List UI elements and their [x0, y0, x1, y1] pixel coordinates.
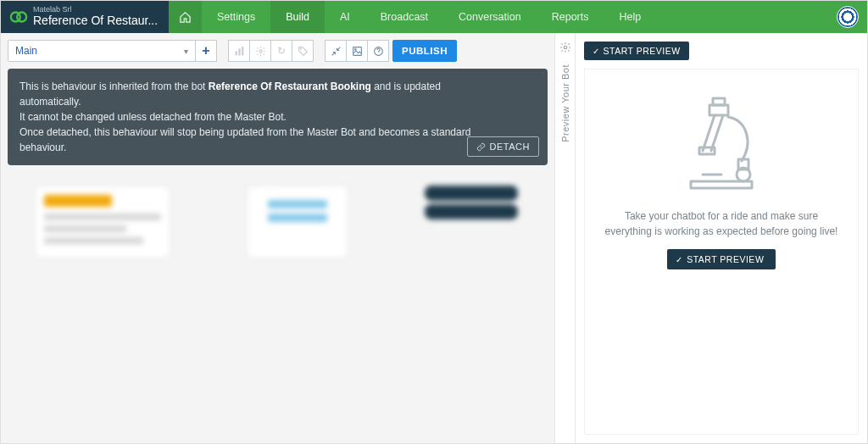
notice-bot-name: Reference Of Restaurant Booking [209, 80, 371, 92]
nav-home[interactable] [169, 1, 202, 33]
svg-point-5 [259, 49, 261, 52]
brand[interactable]: Matelab Srl Reference Of Restaur... [1, 1, 169, 33]
analytics-icon [228, 40, 250, 62]
nav-ai[interactable]: AI [325, 1, 365, 33]
microscope-icon [679, 93, 764, 195]
preview-description: Take your chatbot for a ride and make su… [602, 208, 841, 239]
brand-org: Matelab Srl [33, 6, 158, 14]
redo-icon: ↻ [270, 40, 292, 62]
home-icon [179, 11, 192, 24]
avatar[interactable] [837, 6, 859, 28]
svg-rect-16 [691, 181, 752, 188]
detach-label: DETACH [490, 142, 530, 152]
nav-conversation[interactable]: Conversation [443, 1, 537, 33]
start-preview-label: START PREVIEW [687, 254, 764, 264]
background-flow [35, 186, 520, 258]
chevron-down-icon: ▾ [184, 47, 188, 56]
check-icon [676, 254, 683, 264]
publish-button[interactable]: PUBLISH [392, 40, 457, 62]
notice-line2: It cannot be changed unless detached fro… [19, 111, 287, 123]
unlink-icon [476, 142, 486, 152]
image-icon[interactable] [346, 40, 368, 62]
svg-point-8 [354, 48, 356, 50]
detach-button[interactable]: DETACH [467, 136, 539, 157]
nav: Settings Build AI Broadcast Conversation… [169, 1, 828, 33]
gear-icon [249, 40, 271, 62]
add-behaviour-button[interactable]: + [195, 40, 217, 62]
svg-point-10 [564, 46, 567, 49]
nav-reports[interactable]: Reports [537, 1, 604, 33]
tag-icon [292, 40, 314, 62]
nav-build[interactable]: Build [270, 1, 325, 33]
preview-side-label: Preview Your Bot [560, 64, 570, 142]
svg-rect-3 [238, 48, 240, 55]
start-preview-top-button[interactable]: START PREVIEW [584, 42, 689, 60]
svg-rect-2 [235, 51, 236, 55]
builder-canvas: Main ▾ + ↻ PUBL [1, 33, 554, 443]
svg-rect-7 [353, 47, 361, 55]
brand-title: Reference Of Restaur... [33, 14, 158, 28]
preview-settings-icon[interactable] [559, 42, 571, 56]
start-preview-top-label: START PREVIEW [604, 46, 681, 56]
nav-broadcast[interactable]: Broadcast [365, 1, 443, 33]
behaviour-select[interactable]: Main ▾ [8, 40, 196, 62]
topbar: Matelab Srl Reference Of Restaur... Sett… [1, 1, 867, 33]
svg-point-1 [17, 13, 26, 22]
preview-panel: START PREVIEW Take your chatbot for a ri… [575, 33, 867, 443]
start-preview-button[interactable]: START PREVIEW [667, 249, 776, 269]
nav-settings[interactable]: Settings [202, 1, 270, 33]
svg-rect-12 [709, 105, 728, 115]
inheritance-notice: This is behaviour is inherited from the … [8, 69, 548, 165]
collapse-icon[interactable] [325, 40, 347, 62]
svg-rect-4 [242, 47, 243, 55]
brand-logo-icon [9, 8, 28, 26]
notice-line1a: This is behaviour is inherited from the … [19, 80, 209, 92]
nav-help[interactable]: Help [604, 1, 657, 33]
preview-sidebar: Preview Your Bot [554, 33, 575, 443]
svg-point-6 [300, 48, 301, 49]
check-icon [593, 46, 600, 56]
preview-body: Take your chatbot for a ride and make su… [584, 69, 859, 435]
toolbar: Main ▾ + ↻ PUBL [1, 33, 554, 69]
help-icon[interactable] [367, 40, 389, 62]
behaviour-select-value: Main [15, 45, 37, 57]
notice-line3: Once detached, this behaviour will stop … [19, 126, 470, 153]
